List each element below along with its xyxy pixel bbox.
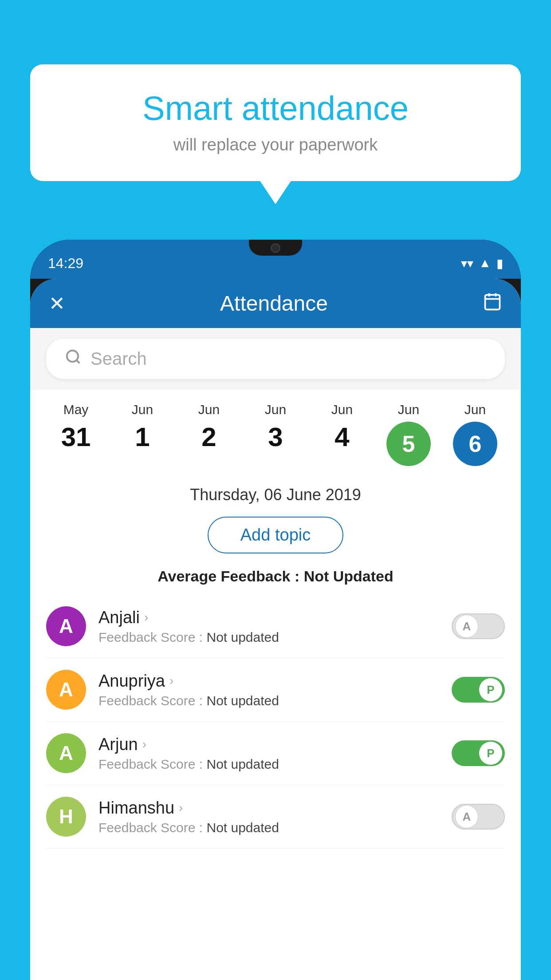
- attendance-toggle[interactable]: A: [452, 804, 505, 830]
- app-header: ✕ Attendance: [30, 279, 521, 328]
- cal-date-label: 31: [61, 422, 91, 452]
- search-placeholder: Search: [91, 349, 147, 369]
- student-info: Anupriya ›Feedback Score : Not updated: [98, 672, 439, 708]
- avg-feedback-value: Not Updated: [304, 568, 394, 585]
- student-feedback: Feedback Score : Not updated: [98, 820, 439, 835]
- attendance-toggle[interactable]: P: [452, 677, 505, 703]
- calendar-day[interactable]: Jun1: [116, 402, 169, 452]
- calendar-icon[interactable]: [483, 292, 502, 316]
- battery-icon: ▮: [496, 256, 503, 271]
- student-info: Anjali ›Feedback Score : Not updated: [98, 608, 439, 645]
- avg-feedback-label: Average Feedback :: [157, 568, 303, 585]
- student-feedback: Feedback Score : Not updated: [98, 630, 439, 645]
- close-button[interactable]: ✕: [49, 292, 65, 315]
- student-name: Himanshu ›: [98, 798, 439, 818]
- phone-notch: [249, 240, 302, 256]
- cal-month-label: Jun: [198, 402, 220, 417]
- header-title: Attendance: [220, 291, 328, 316]
- feedback-value: Not updated: [206, 757, 279, 771]
- student-name: Arjun ›: [98, 735, 439, 754]
- cal-date-label: 2: [201, 422, 216, 452]
- attendance-toggle[interactable]: P: [452, 740, 505, 766]
- phone-camera: [271, 243, 280, 253]
- add-topic-container: Add topic: [30, 512, 521, 563]
- calendar-day[interactable]: Jun3: [249, 402, 302, 452]
- cal-date-label: 4: [335, 422, 349, 452]
- cal-month-label: May: [63, 402, 89, 417]
- cal-month-label: Jun: [464, 402, 486, 417]
- calendar-day[interactable]: May31: [49, 402, 102, 452]
- student-avatar: A: [46, 670, 86, 710]
- cal-month-label: Jun: [132, 402, 153, 417]
- cal-date-label: 3: [268, 422, 283, 452]
- status-bar: 14:29 ▾▾ ▲ ▮: [30, 240, 521, 279]
- student-avatar: A: [46, 733, 86, 773]
- search-container: Search: [30, 328, 521, 390]
- calendar-day[interactable]: Jun5: [382, 402, 435, 466]
- search-bar[interactable]: Search: [46, 339, 505, 379]
- student-item[interactable]: AAnjali ›Feedback Score : Not updatedA: [46, 595, 505, 658]
- phone-frame: 14:29 ▾▾ ▲ ▮ ✕ Attendance Search: [30, 240, 521, 980]
- student-name: Anupriya ›: [98, 672, 439, 691]
- student-item[interactable]: HHimanshu ›Feedback Score : Not updatedA: [46, 785, 505, 849]
- student-info: Arjun ›Feedback Score : Not updated: [98, 735, 439, 772]
- wifi-icon: ▾▾: [461, 256, 473, 271]
- status-time: 14:29: [48, 255, 83, 272]
- student-info: Himanshu ›Feedback Score : Not updated: [98, 798, 439, 835]
- calendar-row: May31Jun1Jun2Jun3Jun4Jun5Jun6: [43, 402, 508, 466]
- student-chevron: ›: [144, 610, 148, 624]
- cal-date-label: 5: [386, 422, 431, 466]
- add-topic-button[interactable]: Add topic: [208, 517, 343, 553]
- cal-date-label: 1: [135, 422, 150, 452]
- cal-month-label: Jun: [331, 402, 353, 417]
- selected-date: Thursday, 06 June 2019: [30, 479, 521, 512]
- calendar-day[interactable]: Jun2: [182, 402, 236, 452]
- status-icons: ▾▾ ▲ ▮: [461, 256, 503, 271]
- student-feedback: Feedback Score : Not updated: [98, 693, 439, 708]
- student-item[interactable]: AArjun ›Feedback Score : Not updatedP: [46, 722, 505, 785]
- calendar-day[interactable]: Jun4: [315, 402, 369, 452]
- feedback-value: Not updated: [206, 693, 279, 708]
- calendar-day[interactable]: Jun6: [449, 402, 502, 466]
- calendar-section: May31Jun1Jun2Jun3Jun4Jun5Jun6: [30, 390, 521, 479]
- feedback-value: Not updated: [206, 630, 279, 644]
- student-item[interactable]: AAnupriya ›Feedback Score : Not updatedP: [46, 658, 505, 722]
- svg-rect-0: [485, 295, 500, 309]
- student-list: AAnjali ›Feedback Score : Not updatedAAA…: [30, 595, 521, 849]
- average-feedback: Average Feedback : Not Updated: [30, 563, 521, 595]
- attendance-toggle[interactable]: A: [452, 613, 505, 639]
- student-chevron: ›: [142, 737, 146, 751]
- search-icon: [65, 348, 82, 369]
- student-chevron: ›: [179, 801, 183, 815]
- signal-icon: ▲: [479, 256, 491, 270]
- student-chevron: ›: [169, 674, 173, 688]
- cal-month-label: Jun: [398, 402, 419, 417]
- feedback-value: Not updated: [206, 820, 279, 835]
- student-avatar: H: [46, 797, 86, 837]
- student-feedback: Feedback Score : Not updated: [98, 757, 439, 772]
- svg-line-5: [76, 360, 79, 363]
- speech-bubble-title: Smart attendance: [57, 89, 494, 127]
- speech-bubble-subtitle: will replace your paperwork: [57, 135, 494, 154]
- student-name: Anjali ›: [98, 608, 439, 627]
- cal-month-label: Jun: [265, 402, 286, 417]
- svg-point-4: [67, 351, 78, 362]
- cal-date-label: 6: [453, 422, 497, 466]
- student-avatar: A: [46, 606, 86, 646]
- speech-bubble: Smart attendance will replace your paper…: [30, 64, 521, 181]
- app-screen: ✕ Attendance Search May31Jun1Jun2Jun3Jun…: [30, 279, 521, 980]
